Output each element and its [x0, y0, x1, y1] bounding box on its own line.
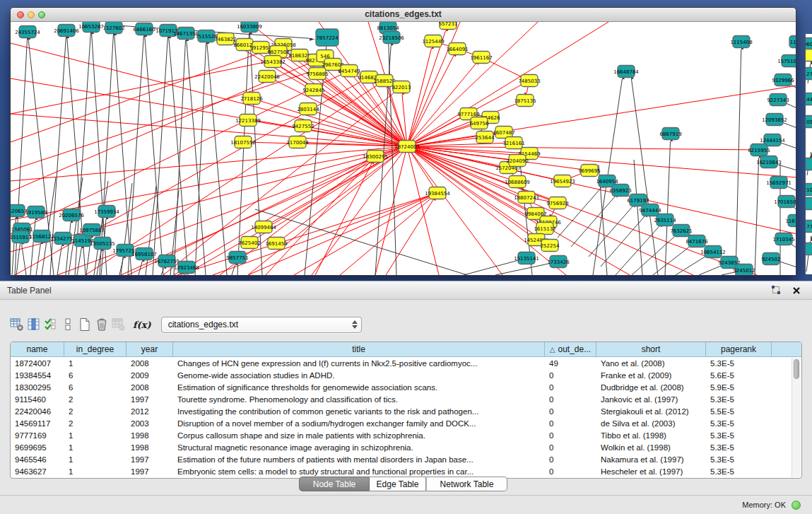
graph-node[interactable]: 18807243 [514, 192, 539, 204]
column-header-title[interactable]: title [173, 342, 545, 356]
table-row[interactable]: 946554611997Estimation of the future num… [11, 453, 792, 465]
graph-node[interactable]: 8358923 [609, 185, 631, 197]
graph-node[interactable]: 2204090 [506, 155, 528, 167]
graph-node[interactable]: 7625402 [238, 237, 260, 249]
graph-node[interactable]: 9245012 [733, 264, 755, 276]
function-builder-button[interactable]: f(x) [133, 320, 151, 330]
graph-node[interactable]: 1327602 [102, 22, 124, 34]
tab-edge-table[interactable]: Edge Table [370, 477, 426, 491]
delete-column-button[interactable] [93, 315, 110, 334]
table-selector-dropdown[interactable]: citations_edges.txt [161, 317, 362, 333]
graph-node[interactable]: 2935114 [654, 214, 676, 226]
graph-node[interactable]: 7515526 [195, 30, 218, 42]
graph-node[interactable]: 557231 [439, 22, 458, 30]
table-row[interactable]: 2242004622012Investigating the contribut… [11, 405, 792, 417]
column-header-name[interactable]: name [11, 342, 64, 356]
new-column-button[interactable] [76, 315, 93, 334]
graph-node[interactable]: 6867919 [659, 128, 681, 140]
zoom-window-button[interactable] [38, 11, 45, 18]
table-row[interactable]: 1938455462009Genome-wide association stu… [11, 369, 792, 381]
graph-node[interactable]: 14099484 [251, 221, 276, 233]
graph-node[interactable]: 1615132 [534, 223, 555, 235]
graph-node[interactable]: 252254 [541, 240, 560, 252]
graph-node[interactable]: 6466160 [133, 23, 155, 35]
graph-node[interactable]: 822013 [392, 81, 411, 93]
graph-node[interactable]: 253644 [476, 132, 495, 144]
graph-node[interactable]: 8471676 [686, 235, 708, 247]
graph-node[interactable] [806, 243, 812, 255]
graph-node[interactable]: 1167533 [785, 215, 796, 227]
graph-node[interactable]: 12093852 [762, 114, 787, 126]
graph-node[interactable]: 1125449 [422, 35, 444, 47]
graph-node[interactable]: 10688609 [505, 176, 530, 188]
graph-node[interactable]: 1875135 [514, 95, 536, 107]
table-row[interactable]: 1830029562008Estimation of significance … [11, 381, 792, 393]
select-rows-button[interactable] [42, 315, 59, 334]
column-header-year[interactable]: year [126, 342, 173, 356]
memory-status-icon[interactable] [792, 501, 801, 510]
graph-node[interactable]: 11173 [789, 36, 796, 48]
graph-node[interactable]: 15135141 [514, 252, 539, 264]
float-panel-button[interactable] [769, 284, 783, 298]
graph-node[interactable]: 9427552 [292, 120, 314, 132]
graph-node[interactable]: 9756928 [546, 197, 568, 209]
tab-network-table[interactable]: Network Table [426, 477, 507, 491]
graph-node[interactable]: 924502 [762, 253, 781, 265]
tab-node-table[interactable]: Node Table [299, 477, 370, 491]
graph-node[interactable]: 24355724 [15, 26, 40, 38]
minimize-window-button[interactable] [28, 11, 35, 18]
table-options-button[interactable] [8, 315, 25, 334]
graph-node[interactable]: 15751074 [777, 55, 796, 67]
graph-node[interactable]: 96021 [806, 38, 812, 50]
graph-node[interactable]: 7632621 [670, 225, 692, 237]
table-row[interactable]: 1872400712008Changes of HCN gene express… [11, 357, 792, 369]
table-row[interactable]: 977716911998Corpus callosum shape and si… [11, 429, 792, 441]
table-vertical-scrollbar[interactable] [792, 358, 801, 477]
graph-node[interactable]: 7857224 [316, 29, 339, 46]
graph-node[interactable]: 9315913 [11, 231, 32, 243]
graph-node[interactable]: 7485033 [518, 75, 540, 87]
graph-node[interactable]: 20691406 [54, 25, 79, 37]
graph-node[interactable]: 10653287 [78, 22, 104, 33]
graph-node[interactable]: 9329966 [772, 74, 794, 86]
column-visibility-button[interactable] [25, 315, 42, 334]
graph-node[interactable]: 9242845 [302, 84, 324, 96]
graph-node[interactable]: 8215955 [748, 144, 770, 156]
graph-node[interactable]: 12213389 [235, 115, 261, 127]
graph-node[interactable]: 17359934 [94, 206, 119, 218]
graph-node[interactable]: 21031 [806, 184, 812, 196]
column-header-pagerank[interactable]: pagerank [706, 342, 772, 356]
graph-node[interactable]: 14415 [806, 93, 812, 105]
graph-node[interactable]: 1710345 [772, 233, 794, 245]
graph-node[interactable]: 17720 [806, 221, 812, 233]
column-header-in-degree[interactable]: in_degree [64, 342, 126, 356]
close-window-button[interactable] [17, 11, 24, 18]
scrollbar-thumb[interactable] [794, 359, 799, 379]
graph-node[interactable]: 649756 [470, 117, 489, 129]
graph-node[interactable]: 16210643 [756, 156, 782, 168]
table-row[interactable]: 946362711997Embryonic stem cells: a mode… [11, 465, 792, 477]
graph-node[interactable]: 1691459 [265, 238, 287, 250]
graph-node[interactable]: 8454749 [338, 65, 360, 77]
column-header-short[interactable]: short [596, 342, 706, 356]
graph-node[interactable]: 9227343 [767, 94, 789, 106]
graph-node[interactable]: 9756885 [306, 68, 328, 80]
graph-node[interactable]: 3216161 [502, 137, 524, 149]
network-view-canvas[interactable]: 1872400774638228660128591295425226058982… [11, 22, 796, 275]
graph-node[interactable]: 1170044 [286, 136, 309, 148]
graph-node[interactable]: 17016504 [774, 196, 796, 208]
graph-node[interactable]: 1961167 [470, 52, 492, 64]
graph-node[interactable]: 10958 [806, 116, 812, 128]
graph-node[interactable]: 1733426 [547, 256, 570, 268]
graph-node[interactable]: 2718126 [240, 93, 263, 105]
graph-node[interactable]: 1115408 [730, 36, 752, 48]
graph-node[interactable]: 9699695 [578, 165, 600, 177]
graph-node[interactable] [806, 158, 812, 170]
graph-node[interactable]: 12744 [806, 68, 812, 80]
graph-node[interactable]: 1919589 [25, 206, 47, 218]
graph-window-titlebar[interactable]: citations_edges.txt [11, 8, 796, 22]
graph-node[interactable]: 2803144 [297, 103, 319, 115]
graph-node[interactable]: 19654923 [550, 175, 575, 187]
close-panel-button[interactable] [789, 284, 804, 298]
graph-node[interactable]: 9857751 [226, 252, 248, 264]
